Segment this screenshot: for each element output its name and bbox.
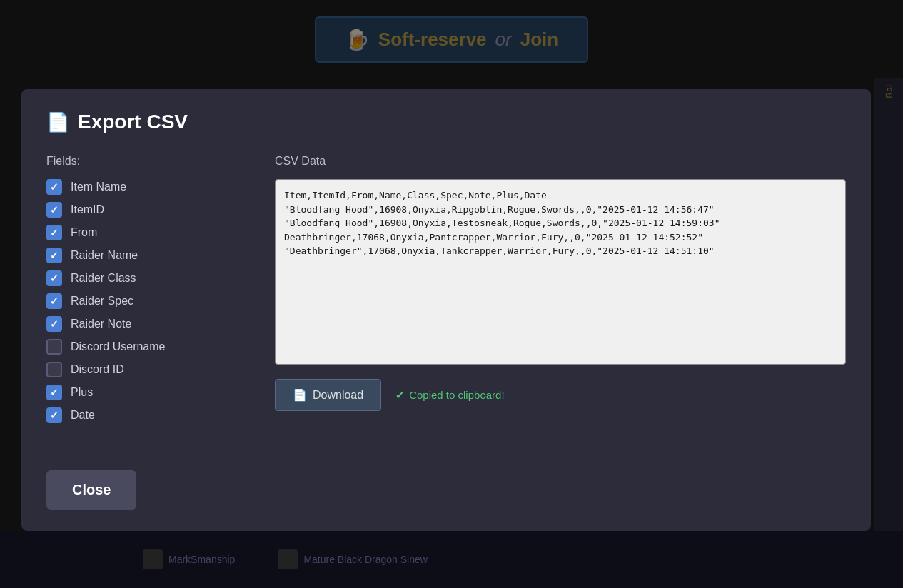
download-label: Download — [313, 389, 363, 402]
field-label-discord-username: Discord Username — [71, 340, 165, 353]
modal-title-text: Export CSV — [78, 111, 188, 133]
checkbox-discord-id[interactable] — [46, 362, 62, 377]
close-button[interactable]: Close — [46, 470, 136, 510]
download-icon: 📄 — [293, 388, 307, 402]
field-discord-username[interactable]: Discord Username — [46, 339, 246, 355]
field-raider-spec[interactable]: Raider Spec — [46, 293, 246, 309]
fields-column: Fields: Item Name ItemID From Raider Nam… — [46, 155, 246, 430]
field-label-item-id: ItemID — [71, 203, 104, 216]
field-item-id[interactable]: ItemID — [46, 202, 246, 218]
field-label-discord-id: Discord ID — [71, 363, 124, 376]
checkbox-item-name[interactable] — [46, 179, 62, 195]
checkbox-item-id[interactable] — [46, 202, 62, 218]
field-label-raider-name: Raider Name — [71, 249, 138, 262]
copied-check-icon: ✔ — [395, 389, 405, 402]
modal-title: 📄 Export CSV — [46, 111, 846, 133]
copied-label: Copied to clipboard! — [409, 389, 504, 401]
fields-label: Fields: — [46, 155, 246, 168]
csv-actions: 📄 Download ✔ Copied to clipboard! — [275, 379, 846, 411]
field-plus[interactable]: Plus — [46, 385, 246, 400]
field-from[interactable]: From — [46, 225, 246, 240]
field-discord-id[interactable]: Discord ID — [46, 362, 246, 377]
field-date[interactable]: Date — [46, 407, 246, 423]
csv-textarea[interactable] — [275, 179, 846, 365]
modal-body: Fields: Item Name ItemID From Raider Nam… — [46, 155, 846, 430]
csv-label: CSV Data — [275, 155, 846, 168]
field-label-raider-spec: Raider Spec — [71, 295, 133, 308]
field-label-plus: Plus — [71, 386, 93, 399]
checkbox-raider-note[interactable] — [46, 316, 62, 332]
checkbox-plus[interactable] — [46, 385, 62, 400]
checkbox-from[interactable] — [46, 225, 62, 240]
field-label-date: Date — [71, 409, 95, 422]
field-item-name[interactable]: Item Name — [46, 179, 246, 195]
field-raider-note[interactable]: Raider Note — [46, 316, 246, 332]
download-button[interactable]: 📄 Download — [275, 379, 381, 411]
export-csv-modal: 📄 Export CSV Fields: Item Name ItemID Fr… — [21, 89, 871, 531]
field-raider-name[interactable]: Raider Name — [46, 248, 246, 263]
field-label-raider-class: Raider Class — [71, 272, 136, 285]
field-label-raider-note: Raider Note — [71, 318, 131, 330]
checkbox-raider-name[interactable] — [46, 248, 62, 263]
copied-to-clipboard: ✔ Copied to clipboard! — [395, 389, 504, 402]
checkbox-raider-spec[interactable] — [46, 293, 62, 309]
field-raider-class[interactable]: Raider Class — [46, 270, 246, 286]
field-label-from: From — [71, 226, 97, 239]
checkbox-raider-class[interactable] — [46, 270, 62, 286]
export-icon: 📄 — [46, 111, 69, 133]
checkbox-date[interactable] — [46, 407, 62, 423]
field-label-item-name: Item Name — [71, 181, 126, 193]
csv-column: CSV Data 📄 Download ✔ Copied to clipboar… — [275, 155, 846, 430]
checkbox-discord-username[interactable] — [46, 339, 62, 355]
